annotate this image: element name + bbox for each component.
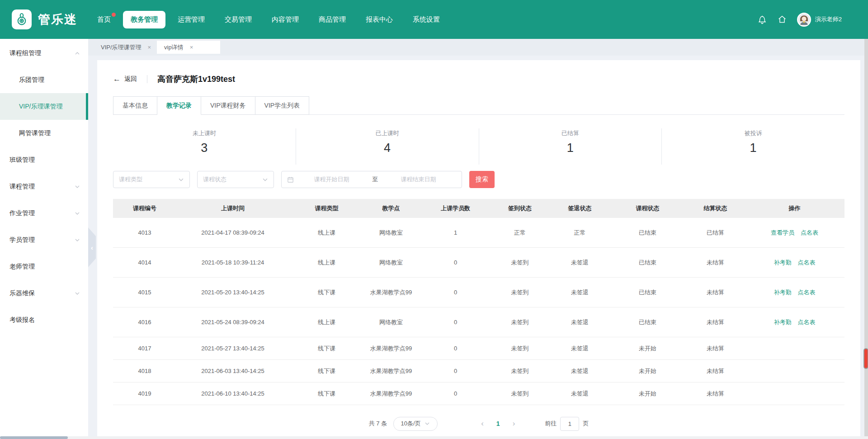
bell-icon[interactable] <box>757 14 767 24</box>
back-arrow-icon[interactable]: ← <box>113 75 121 84</box>
sidebar-item-teacher-mgmt[interactable]: 老师管理 <box>0 253 88 280</box>
user-menu[interactable]: 演示老师2 <box>797 13 842 27</box>
tab-teaching-records[interactable]: 教学记录 <box>157 96 201 115</box>
nav-operations[interactable]: 运营管理 <box>170 11 212 28</box>
goto-page-input[interactable] <box>560 417 579 431</box>
action-link[interactable]: 查看学员 <box>771 229 794 237</box>
nav-reports[interactable]: 报表中心 <box>358 11 401 28</box>
sidebar-item-online-admin-course-mgmt[interactable]: 网管课管理 <box>0 120 88 146</box>
cell: 2021-05-24 08:39-09:24 <box>176 319 289 326</box>
action-link[interactable]: 补考勤 <box>774 318 792 326</box>
sidebar-item-course-group-mgmt[interactable]: 课程组管理 <box>0 40 88 66</box>
cell: 1 <box>418 229 493 236</box>
col-checkin-status: 签到状态 <box>493 204 547 212</box>
action-link[interactable]: 点名表 <box>798 259 816 267</box>
cell: 4016 <box>113 319 176 326</box>
cell: 未开始 <box>613 367 683 375</box>
sidebar-item-vip-course-mgmt[interactable]: VIP/乐理课管理 <box>0 93 88 120</box>
sidebar-item-course-mgmt[interactable]: 课程管理 <box>0 173 88 200</box>
sidebar-item-orchestra-mgmt[interactable]: 乐团管理 <box>0 66 88 93</box>
prev-page-button[interactable]: ‹ <box>477 419 487 428</box>
cell: 4017 <box>113 345 176 352</box>
cell: 未签到 <box>493 288 547 297</box>
nav-settings[interactable]: 系统设置 <box>405 11 448 28</box>
cell: 未结算 <box>683 390 748 398</box>
nav-content[interactable]: 内容管理 <box>264 11 307 28</box>
sidebar-collapse-handle[interactable]: ‹ <box>88 227 96 267</box>
pagination: 共 7 条 10条/页 ‹ 1 › 前往 页 <box>113 416 844 431</box>
table-row: 40142021-05-18 10:39-11:24线上课网络教室0未签到未签退… <box>113 248 844 278</box>
cell: 水果湖教学点99 <box>364 288 418 297</box>
page-unit-label: 页 <box>583 420 589 428</box>
horizontal-scrollbar[interactable] <box>0 436 868 439</box>
cell: 已结束 <box>613 259 683 267</box>
cell: 已结算 <box>683 229 748 237</box>
action-link[interactable]: 点名表 <box>801 229 818 237</box>
col-class-time: 上课时间 <box>176 204 289 212</box>
notification-dot <box>112 13 116 17</box>
date-range-picker[interactable]: 课程开始日期 至 课程结束日期 <box>281 171 462 188</box>
action-link[interactable]: 补考勤 <box>774 259 792 267</box>
tab-vip-course-finance[interactable]: VIP课程财务 <box>201 96 255 115</box>
cell: 4015 <box>113 289 176 296</box>
close-icon[interactable]: × <box>148 44 151 51</box>
nav-academic[interactable]: 教务管理 <box>123 11 165 28</box>
vertical-scrollbar[interactable] <box>864 39 868 436</box>
current-page[interactable]: 1 <box>494 420 503 427</box>
filter-bar: 课程类型 课程状态 <box>113 171 844 188</box>
cell: 未开始 <box>613 390 683 398</box>
cell: 未签到 <box>493 390 547 398</box>
course-status-select[interactable]: 课程状态 <box>197 171 274 188</box>
main-nav: 首页 教务管理 运营管理 交易管理 内容管理 商品管理 报表中心 系统设置 <box>90 0 448 39</box>
row-actions: 查看学员点名表 <box>748 229 841 237</box>
nav-home[interactable]: 首页 <box>90 11 118 28</box>
nav-transactions[interactable]: 交易管理 <box>217 11 259 28</box>
table-row: 40172021-05-27 13:40-14:25线下课水果湖教学点990未签… <box>113 337 844 360</box>
close-icon[interactable]: × <box>190 44 193 51</box>
table-row: 40152021-05-20 13:40-14:25线下课水果湖教学点990未签… <box>113 278 844 307</box>
cell: 0 <box>418 368 493 374</box>
cell: 线下课 <box>289 390 364 398</box>
cell: 2021-05-18 10:39-11:24 <box>176 259 289 266</box>
cell: 未签到 <box>493 367 547 375</box>
cell: 网络教室 <box>364 259 418 267</box>
course-type-select[interactable]: 课程类型 <box>113 171 190 188</box>
back-button[interactable]: 返回 <box>124 75 137 83</box>
sidebar-item-student-mgmt[interactable]: 学员管理 <box>0 227 88 253</box>
col-settlement-status: 结算状态 <box>683 204 748 212</box>
cell: 0 <box>418 259 493 266</box>
table-row: 40192021-06-10 13:40-14:25线下课水果湖教学点990未签… <box>113 382 844 405</box>
action-link[interactable]: 补考勤 <box>774 288 792 297</box>
search-button[interactable]: 搜索 <box>469 171 495 188</box>
nav-products[interactable]: 商品管理 <box>311 11 354 28</box>
vertical-scrollbar-thumb[interactable] <box>863 348 868 369</box>
col-course-type: 课程类型 <box>289 204 364 212</box>
cell: 未签退 <box>547 318 613 326</box>
cell: 线上课 <box>289 259 364 267</box>
tab-basic-info[interactable]: 基本信息 <box>113 96 157 115</box>
action-link[interactable]: 点名表 <box>798 318 816 326</box>
page-size-select[interactable]: 10条/页 <box>393 417 438 431</box>
chevron-down-icon <box>75 237 80 243</box>
stat-complaints: 被投诉 1 <box>661 128 844 165</box>
tab-vip-student-list[interactable]: VIP学生列表 <box>255 96 310 115</box>
goto-label: 前往 <box>545 420 557 428</box>
next-page-button[interactable]: › <box>509 419 519 428</box>
cell: 0 <box>418 319 493 326</box>
sidebar-item-exam-registration[interactable]: 考级报名 <box>0 307 88 333</box>
workspace-tabbar: VIP/乐理课管理 × vip详情 × <box>88 39 864 56</box>
action-link[interactable]: 点名表 <box>798 288 816 297</box>
horizontal-scrollbar-thumb[interactable] <box>0 436 68 439</box>
sidebar-item-instrument-maintenance[interactable]: 乐器维保 <box>0 280 88 307</box>
stats-row: 未上课时 3 已上课时 4 已结算 1 被投诉 1 <box>113 128 844 165</box>
cell: 0 <box>418 289 493 296</box>
cell: 未结算 <box>683 367 748 375</box>
chevron-down-icon <box>425 421 430 427</box>
home-icon[interactable] <box>777 14 787 24</box>
workspace-tab-vip-course-mgmt[interactable]: VIP/乐理课管理 × <box>94 41 157 54</box>
cell: 2021-05-27 13:40-14:25 <box>176 345 289 352</box>
sidebar-item-class-mgmt[interactable]: 班级管理 <box>0 146 88 173</box>
app-logo[interactable]: 管乐迷 <box>12 9 77 29</box>
workspace-tab-vip-detail[interactable]: vip详情 × <box>157 41 220 54</box>
sidebar-item-homework-mgmt[interactable]: 作业管理 <box>0 200 88 227</box>
